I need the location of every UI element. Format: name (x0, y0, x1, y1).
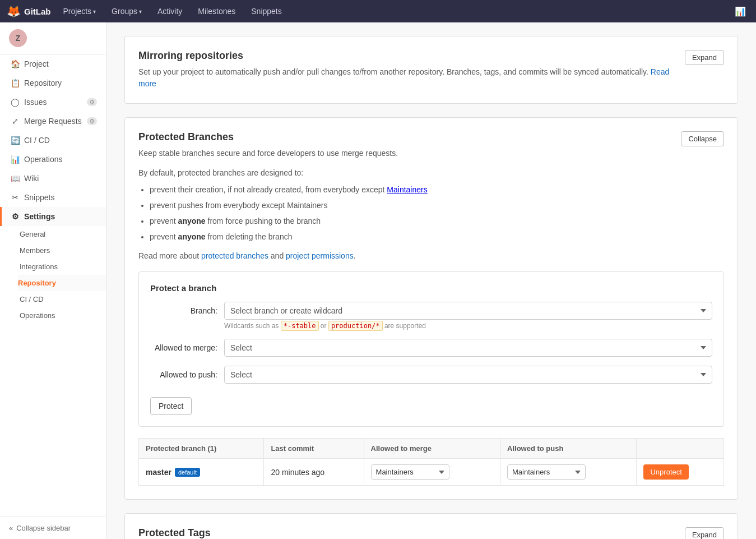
protected-tags-section: Protected Tags Limit access to creating … (124, 513, 738, 539)
protect-button-container: Protect (150, 393, 712, 415)
bullet-item: prevent anyone from deleting the branch (150, 229, 724, 245)
sidebar-sub-label: General (20, 230, 45, 238)
nav-projects-chevron: ▾ (93, 8, 96, 15)
top-nav: 🦊 GitLab Projects ▾ Groups ▾ Activity Mi… (0, 0, 756, 22)
commit-cell: 20 minutes ago (264, 459, 364, 486)
branch-label: Branch: (150, 302, 217, 315)
wildcard-example1: *-stable (281, 321, 319, 331)
nav-activity-label: Activity (157, 7, 182, 16)
sidebar-item-issues[interactable]: ◯ Issues 0 (0, 93, 106, 112)
protected-branches-link[interactable]: protected branches (201, 251, 268, 260)
mirroring-header: Mirroring repositories Set up your proje… (138, 50, 724, 90)
sidebar-item-repository[interactable]: 📋 Repository (0, 73, 106, 93)
protected-branches-section: Protected Branches Keep stable branches … (124, 117, 738, 500)
sidebar-sub-members[interactable]: Members (18, 242, 106, 259)
nav-snippets-label: Snippets (251, 7, 281, 16)
sidebar-sub-menu: General Members Integrations Repository … (0, 226, 106, 324)
sidebar-item-operations[interactable]: 📊 Operations (0, 150, 106, 169)
merge-icon: ⤢ (11, 117, 20, 126)
sidebar-user: Z (0, 22, 106, 54)
sidebar-item-label: CI / CD (24, 136, 50, 145)
protected-branches-title: Protected Branches (138, 131, 398, 143)
sidebar-item-project[interactable]: 🏠 Project (0, 54, 106, 73)
sidebar-item-wiki[interactable]: 📖 Wiki (0, 169, 106, 188)
sidebar-item-label: Repository (24, 79, 62, 87)
settings-icon: ⚙ (11, 212, 20, 221)
table-header-row: Protected branch (1) Last commit Allowed… (139, 439, 724, 459)
nav-groups[interactable]: Groups ▾ (108, 4, 145, 18)
protected-branches-title-area: Protected Branches Keep stable branches … (138, 131, 398, 159)
table-body: master default 20 minutes ago Maintainer… (139, 459, 724, 486)
sidebar-item-label: Issues (24, 98, 47, 107)
sidebar-sub-integrations[interactable]: Integrations (18, 259, 106, 275)
branch-name: master default (146, 468, 257, 477)
sidebar-sub-operations[interactable]: Operations (18, 307, 106, 324)
protected-tags-title-area: Protected Tags Limit access to creating … (138, 527, 287, 539)
gitlab-logo[interactable]: 🦊 GitLab (7, 4, 51, 18)
wildcard-hint: Wildcards such as *-stable or production… (224, 322, 712, 330)
mirroring-expand-button[interactable]: Expand (685, 50, 724, 65)
branch-field: Select branch or create wildcard Wildcar… (224, 302, 712, 330)
mirroring-desc-text: Set up your project to automatically pus… (138, 67, 648, 76)
table-head: Protected branch (1) Last commit Allowed… (139, 439, 724, 459)
merge-badge: 0 (87, 117, 97, 125)
protected-branches-table: Protected branch (1) Last commit Allowed… (138, 438, 724, 486)
allowed-merge-select[interactable]: Select (224, 339, 712, 357)
allowed-merge-form-row: Allowed to merge: Select (150, 339, 712, 357)
operations-icon: 📊 (11, 155, 20, 164)
mirroring-title: Mirroring repositories (138, 50, 685, 62)
sidebar-sub-label: CI / CD (20, 295, 44, 303)
sidebar-item-cicd[interactable]: 🔄 CI / CD (0, 131, 106, 150)
nav-chart-icon[interactable]: 📊 (731, 4, 749, 19)
nav-groups-label: Groups (112, 7, 137, 16)
protected-branches-header: Protected Branches Keep stable branches … (138, 131, 724, 159)
nav-projects[interactable]: Projects ▾ (60, 4, 100, 18)
nav-groups-chevron: ▾ (139, 8, 142, 15)
default-badge: default (175, 468, 200, 477)
sidebar-sub-cicd[interactable]: CI / CD (18, 291, 106, 307)
sidebar-item-label: Snippets (24, 193, 54, 202)
protected-branches-desc: Keep stable branches secure and force de… (138, 148, 398, 159)
nav-snippets[interactable]: Snippets (248, 4, 285, 18)
allowed-merge-field: Select (224, 339, 712, 357)
merge-select[interactable]: Maintainers (371, 464, 449, 480)
action-cell: Unprotect (637, 459, 724, 486)
layout: Z 🏠 Project 📋 Repository ◯ Issues 0 ⤢ Me… (0, 22, 756, 539)
sidebar-item-snippets[interactable]: ✂ Snippets (0, 188, 106, 207)
col-branch: Protected branch (1) (139, 439, 264, 459)
sidebar-item-settings[interactable]: ⚙ Settings (0, 207, 106, 226)
protected-tags-header: Protected Tags Limit access to creating … (138, 527, 724, 539)
commit-time: 20 minutes ago (271, 468, 324, 477)
issues-badge: 0 (87, 98, 97, 106)
protect-button[interactable]: Protect (150, 397, 192, 415)
protected-branches-collapse-button[interactable]: Collapse (681, 131, 724, 146)
sidebar-item-merge-requests[interactable]: ⤢ Merge Requests 0 (0, 112, 106, 131)
mirroring-desc: Set up your project to automatically pus… (138, 66, 685, 90)
allowed-push-form-row: Allowed to push: Select (150, 366, 712, 384)
collapse-sidebar-button[interactable]: « Collapse sidebar (0, 517, 106, 539)
sidebar: Z 🏠 Project 📋 Repository ◯ Issues 0 ⤢ Me… (0, 22, 106, 539)
protected-tags-title: Protected Tags (138, 527, 287, 539)
unprotect-button[interactable]: Unprotect (643, 464, 688, 480)
push-select[interactable]: Maintainers (507, 464, 586, 480)
branch-select[interactable]: Select branch or create wildcard (224, 302, 712, 320)
snippets-icon: ✂ (11, 193, 20, 202)
collapse-label: Collapse sidebar (16, 524, 71, 532)
mirroring-title-area: Mirroring repositories Set up your proje… (138, 50, 685, 90)
mirroring-section: Mirroring repositories Set up your proje… (124, 36, 738, 104)
avatar: Z (9, 29, 27, 47)
maintainers-link1[interactable]: Maintainers (387, 185, 427, 194)
issues-icon: ◯ (11, 98, 20, 107)
project-permissions-link[interactable]: project permissions (286, 251, 354, 260)
allowed-push-select[interactable]: Select (224, 366, 712, 384)
sidebar-sub-label: Operations (20, 311, 55, 320)
wildcard-hint-text: Wildcards such as (224, 322, 279, 330)
wildcard-example2: production/* (328, 321, 383, 331)
protected-tags-expand-button[interactable]: Expand (685, 527, 724, 539)
nav-activity[interactable]: Activity (154, 4, 185, 18)
sidebar-sub-repository[interactable]: Repository (18, 275, 106, 291)
col-push: Allowed to push (500, 439, 637, 459)
nav-milestones[interactable]: Milestones (194, 4, 239, 18)
sidebar-sub-label: Repository (18, 279, 56, 287)
sidebar-sub-general[interactable]: General (18, 226, 106, 242)
